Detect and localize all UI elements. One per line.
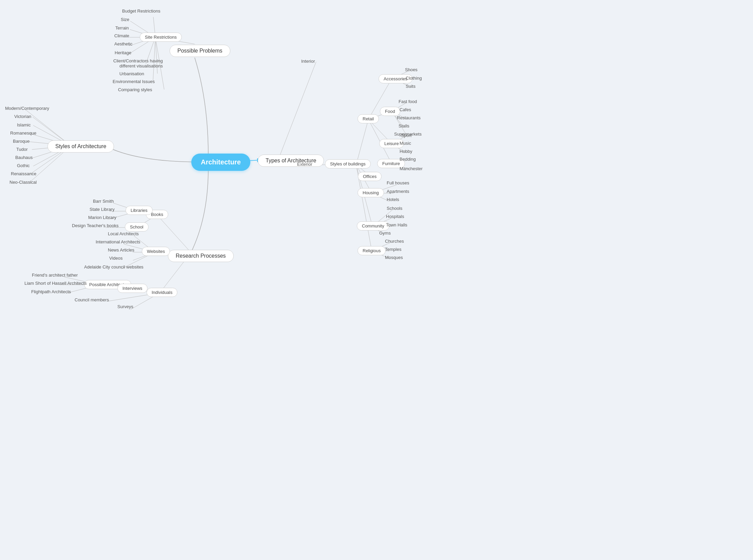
node-hospitals: Hospitals	[386, 214, 404, 219]
node-temples: Temples	[385, 247, 401, 252]
node-hotels: Hotels	[387, 197, 399, 202]
svg-line-24	[356, 119, 368, 165]
node-sport: Sport	[401, 133, 411, 138]
node-bedding: Bedding	[400, 157, 416, 162]
node-council-members: Council members	[75, 297, 109, 302]
node-heritage: Heritage	[115, 50, 131, 55]
node-hobby: Hobby	[400, 149, 412, 154]
node-bauhaus: Bauhaus	[15, 155, 33, 160]
node-websites[interactable]: Websites	[142, 247, 170, 256]
node-budget: Budget Restrictions	[122, 8, 160, 14]
node-fast-food: Fast food	[399, 99, 417, 104]
node-town-halls: Town Halls	[386, 222, 407, 227]
node-state-library: State Library	[90, 207, 115, 212]
svg-line-21	[278, 62, 316, 160]
node-exterior: Exterior	[297, 162, 312, 167]
node-urbanisation: Urbanisation	[119, 71, 144, 76]
node-design-teachers: Design Teacher's books	[72, 223, 118, 228]
section-possible-problems[interactable]: Possible Problems	[170, 45, 230, 57]
section-research[interactable]: Research Processes	[168, 250, 234, 262]
node-styles-buildings[interactable]: Styles of buildings	[325, 159, 371, 168]
node-videos: Videos	[109, 256, 123, 261]
node-tudor: Tudor	[16, 147, 27, 152]
node-barr-smith: Barr Smith	[93, 199, 114, 204]
node-terrain: Terrain	[115, 25, 129, 31]
node-neoclassical: Neo-Classical	[9, 180, 37, 185]
node-climate: Climate	[114, 33, 129, 38]
node-individuals[interactable]: Individuals	[147, 288, 177, 297]
node-local-architects: Local Architects	[108, 231, 139, 236]
node-religious[interactable]: Religious	[358, 246, 386, 255]
node-interviews[interactable]: Interviews	[117, 284, 148, 293]
node-site-restrictions[interactable]: Site Restrictions	[140, 33, 182, 42]
node-comparing: Comparing styles	[118, 87, 152, 92]
node-renaissance: Renaissance	[11, 171, 36, 176]
node-apartments: Apartments	[387, 189, 409, 194]
node-gothic: Gothic	[17, 163, 30, 168]
node-size: Size	[121, 17, 129, 22]
node-flightpath: Flightpath Architects	[31, 289, 71, 294]
node-schools: Schools	[387, 206, 402, 211]
node-churches: Churches	[385, 239, 404, 244]
node-baroque: Baroque	[13, 139, 30, 144]
node-victorian: Victorian	[14, 114, 31, 119]
node-school-books[interactable]: School	[125, 222, 149, 232]
node-adelaide-council: Adelaide City council websites	[84, 264, 143, 269]
node-mosques: Mosques	[385, 255, 403, 260]
node-marion-library: Marion Library	[88, 215, 116, 220]
node-cafes: Cafes	[400, 107, 411, 112]
node-international-architects: International Architects	[96, 239, 140, 244]
node-suits: Suits	[406, 84, 416, 89]
node-client-contractors: Client/Contractors having different visu…	[105, 58, 163, 68]
node-islamic: Islamic	[17, 122, 31, 127]
center-node[interactable]: Architecture	[191, 154, 250, 171]
node-restaurants: Restaurants	[397, 115, 421, 120]
node-surveys: Surveys	[117, 304, 133, 309]
node-environmental: Environmental Issues	[113, 79, 155, 84]
node-clothing: Clothing	[406, 76, 422, 81]
node-offices[interactable]: Offices	[358, 172, 382, 181]
section-styles[interactable]: Styles of Architecture	[47, 140, 114, 153]
node-aesthetic: Aesthetic	[114, 41, 132, 46]
node-music: Music	[400, 141, 411, 146]
node-stalls: Stalls	[399, 123, 409, 128]
node-community[interactable]: Community	[357, 221, 389, 231]
node-liam-short: Liam Short of Hassell Architects	[24, 281, 87, 286]
node-friends-father: Friend's architect father	[32, 273, 78, 278]
node-food[interactable]: Food	[380, 107, 400, 116]
node-full-houses: Full houses	[387, 180, 409, 185]
node-interior: Interior	[301, 59, 315, 64]
node-modern: Modern/Contemporary	[5, 106, 49, 111]
node-shoes: Shoes	[405, 67, 418, 72]
node-romanesque: Romanesque	[10, 131, 36, 136]
node-retail[interactable]: Retail	[358, 114, 379, 123]
node-manchester: Manchester	[400, 166, 423, 171]
node-housing[interactable]: Housing	[358, 188, 384, 197]
node-gyms: Gyms	[379, 231, 391, 236]
node-news-articles: News Articles	[108, 247, 134, 253]
node-libraries[interactable]: Libraries	[125, 206, 153, 215]
section-types[interactable]: Types of Architecture	[258, 155, 324, 167]
